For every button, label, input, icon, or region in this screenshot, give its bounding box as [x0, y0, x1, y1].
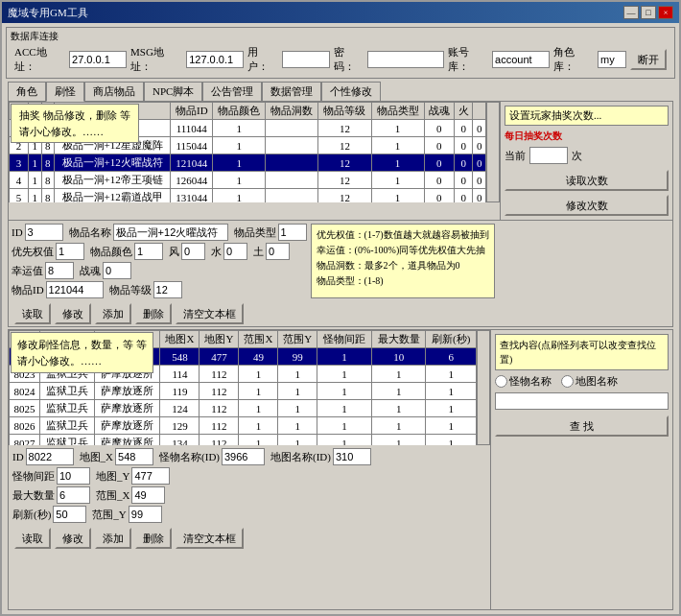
- col-extra: [473, 103, 486, 120]
- radio-monster[interactable]: 怪物名称: [495, 374, 552, 389]
- window-title: 魔域专用GM工具: [8, 6, 88, 20]
- role-label: 角色库：: [553, 45, 594, 74]
- close-button[interactable]: ×: [658, 6, 673, 19]
- radio-map-label: 地图名称: [575, 374, 618, 389]
- water-input[interactable]: [223, 243, 247, 260]
- l-col-my: 地图Y: [200, 331, 239, 348]
- search-input[interactable]: [495, 392, 669, 410]
- lower-table-scrollbar[interactable]: [477, 330, 490, 445]
- item-id-label: ID: [12, 226, 23, 238]
- pwd-input[interactable]: [367, 51, 444, 68]
- wind-input[interactable]: [181, 243, 205, 260]
- l-monster-name-input[interactable]: [222, 448, 265, 465]
- l-rangey-label: 范围_Y: [92, 508, 126, 522]
- lower-table-row[interactable]: 8027监狱卫兵萨摩放逐所13411211111: [10, 435, 477, 446]
- radio-map[interactable]: 地图名称: [561, 374, 618, 389]
- maximize-button[interactable]: □: [641, 6, 656, 19]
- daily-label: 每日抽奖次数: [505, 130, 562, 143]
- upper-delete-btn[interactable]: 删除: [135, 303, 172, 324]
- msg-input[interactable]: [186, 51, 244, 68]
- col-type: 物品类型: [371, 103, 424, 120]
- msg-label: MSG地址：: [130, 45, 182, 74]
- minimize-button[interactable]: —: [623, 6, 639, 19]
- upper-add-btn[interactable]: 添加: [95, 303, 131, 324]
- radio-monster-input[interactable]: [495, 375, 507, 388]
- l-max-input[interactable]: [57, 486, 90, 504]
- item-id-field-input[interactable]: [46, 281, 104, 298]
- lower-table-row[interactable]: 8024监狱卫兵萨摩放逐所11911211111: [10, 383, 477, 400]
- l-refresh-input[interactable]: [53, 506, 86, 523]
- lower-modify-btn[interactable]: 修改: [55, 528, 91, 549]
- soil-input[interactable]: [266, 243, 290, 260]
- conn-section-label: 数据库连接: [11, 30, 670, 43]
- upper-table-row[interactable]: 318极品一洞+12火曜战符1210441121000: [10, 154, 486, 172]
- modify-lottery-btn[interactable]: 修改次数: [505, 195, 669, 216]
- luck-input[interactable]: [45, 262, 74, 279]
- l-monster-name-label: 怪物名称(ID): [159, 450, 220, 464]
- lower-delete-btn[interactable]: 删除: [135, 528, 172, 549]
- level-input[interactable]: [153, 281, 182, 298]
- item-type-input[interactable]: [278, 224, 307, 241]
- search-radio-group: 怪物名称 地图名称: [495, 374, 669, 389]
- upper-table-row[interactable]: 518极品一洞+12霸道战甲1310441121000: [10, 189, 486, 203]
- tab-personal[interactable]: 个性修改: [321, 82, 381, 101]
- item-hint-4: 物品类型：(1-8): [317, 273, 489, 289]
- disconnect-button[interactable]: 断开: [630, 49, 667, 70]
- acc-input[interactable]: [69, 51, 127, 68]
- upper-read-btn[interactable]: 读取: [14, 303, 51, 324]
- current-label: 当前: [505, 149, 526, 163]
- current-value-input[interactable]: [529, 147, 568, 164]
- lower-add-btn[interactable]: 添加: [95, 528, 131, 549]
- l-id-input[interactable]: [26, 448, 74, 465]
- tab-refresh[interactable]: 刷怪: [46, 82, 84, 102]
- upper-table-row[interactable]: 418极品一洞+12帝王项链1260441121000: [10, 172, 486, 189]
- priority-input[interactable]: [56, 243, 84, 260]
- role-input[interactable]: [598, 51, 626, 68]
- tab-data[interactable]: 数据管理: [262, 82, 321, 101]
- tab-role[interactable]: 角色: [8, 82, 46, 101]
- lower-read-btn[interactable]: 读取: [14, 528, 51, 549]
- search-button[interactable]: 查 找: [495, 415, 669, 437]
- l-col-mx: 地图X: [160, 331, 200, 348]
- tabs-bar: 角色 刷怪 商店物品 NPC脚本 公告管理 数据管理 个性修改: [4, 82, 677, 101]
- l-rangey-input[interactable]: [129, 506, 162, 523]
- lower-notice: 修改刷怪信息，数量，等 等 请小心修改。……: [11, 332, 153, 373]
- color-input[interactable]: [134, 243, 163, 260]
- window-controls: — □ ×: [623, 6, 673, 19]
- tab-announce[interactable]: 公告管理: [202, 82, 262, 101]
- water-label: 水: [211, 245, 222, 259]
- user-input[interactable]: [282, 51, 330, 68]
- lower-table-row[interactable]: 8025监狱卫兵萨摩放逐所12411211111: [10, 400, 477, 417]
- color-label: 物品颜色: [90, 245, 132, 259]
- l-col-dist: 怪物间距: [317, 331, 372, 348]
- l-mapx-input[interactable]: [115, 448, 153, 465]
- lower-clear-btn[interactable]: 清空文本框: [176, 528, 244, 549]
- db-input[interactable]: [492, 51, 550, 68]
- read-lottery-btn[interactable]: 读取次数: [505, 170, 669, 191]
- upper-modify-btn[interactable]: 修改: [55, 303, 91, 324]
- upper-clear-btn[interactable]: 清空文本框: [176, 303, 244, 324]
- lower-actions: 读取 修改 添加 删除 清空文本框: [9, 526, 490, 551]
- search-hint-text: 查找内容(点刷怪列表可以改变查找位置): [500, 340, 656, 365]
- l-map-name-input[interactable]: [333, 448, 371, 465]
- l-col-max: 最大数量: [371, 331, 426, 348]
- l-rangex-input[interactable]: [131, 486, 165, 504]
- upper-table-scrollbar[interactable]: [486, 102, 500, 202]
- item-id-input[interactable]: [25, 224, 63, 241]
- l-mapy-input[interactable]: [131, 467, 170, 485]
- tab-shop[interactable]: 商店物品: [84, 82, 144, 101]
- col-item-id: 物品ID: [171, 103, 213, 120]
- soul-label: 战魂: [80, 264, 101, 278]
- tab-npc[interactable]: NPC脚本: [144, 82, 202, 101]
- lottery-set-label: 设置玩家抽奖次数...: [509, 109, 601, 121]
- acc-label: ACC地址：: [14, 45, 65, 74]
- item-name-input[interactable]: [113, 224, 228, 241]
- lower-table-row[interactable]: 8026监狱卫兵萨摩放逐所12911211111: [10, 417, 477, 435]
- lower-notice-2: 请小心修改。……: [17, 353, 147, 369]
- soul-input[interactable]: [103, 262, 131, 279]
- l-dist-input[interactable]: [57, 467, 90, 485]
- item-type-label: 物品类型: [234, 225, 276, 240]
- radio-map-input[interactable]: [561, 375, 574, 388]
- col-holes: 物品洞数: [266, 103, 318, 120]
- upper-notice-line1: 抽奖 物品修改，删除 等: [19, 107, 130, 124]
